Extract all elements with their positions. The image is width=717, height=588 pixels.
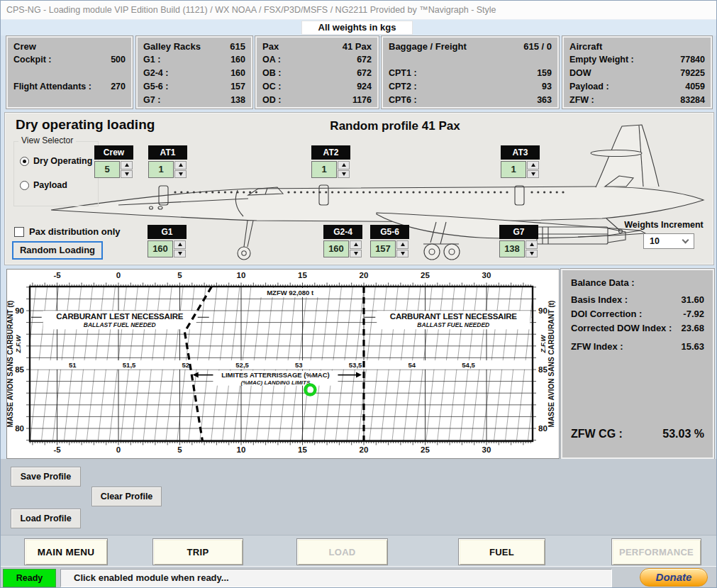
nav-main-menu-button[interactable]: MAIN MENU	[24, 538, 108, 565]
arrow-up-icon[interactable]	[396, 240, 408, 249]
arrow-down-icon[interactable]	[350, 250, 362, 258]
clear-profile-button[interactable]: Clear Profile	[91, 487, 162, 506]
status-bar: Ready Click enabled module when ready...…	[1, 566, 717, 588]
spinner-g1: G1 160	[148, 225, 187, 257]
row-value: 363	[537, 94, 552, 107]
arrow-down-icon[interactable]	[121, 170, 133, 179]
spinner-at1-value[interactable]: 1	[148, 161, 174, 178]
row-value: 77840	[680, 53, 705, 67]
row-value: 672	[357, 67, 372, 80]
section-title: Dry operating loading	[16, 117, 155, 133]
save-profile-button[interactable]: Save Profile	[11, 467, 81, 487]
nav-trip-button[interactable]: TRIP	[152, 538, 243, 565]
arrow-down-icon[interactable]	[174, 250, 186, 258]
arrow-down-icon[interactable]	[526, 250, 538, 258]
weights-increment-select[interactable]: 10	[643, 233, 694, 249]
row-label: G5-6 :	[143, 80, 168, 94]
donate-button[interactable]: Donate	[640, 568, 708, 587]
arrow-up-icon[interactable]	[174, 161, 187, 170]
arrow-up-icon[interactable]	[527, 161, 539, 170]
svg-text:Z.F.W: Z.F.W	[14, 335, 22, 354]
arrow-down-icon[interactable]	[527, 170, 539, 179]
radio-dot-icon[interactable]	[20, 157, 29, 166]
spinner-at2-label: AT2	[311, 145, 350, 160]
spinner-g7-value[interactable]: 138	[499, 240, 525, 257]
arrow-up-icon[interactable]	[121, 161, 133, 170]
row-value: 138	[230, 94, 245, 107]
svg-text:MASSE AVION SANS CARBURANT (t): MASSE AVION SANS CARBURANT (t)	[548, 301, 555, 428]
svg-text:85: 85	[538, 365, 548, 374]
svg-text:5: 5	[177, 445, 182, 454]
row-value: 500	[111, 53, 126, 67]
spinner-at3-value[interactable]: 1	[501, 161, 526, 178]
profile-title: Random profile 41 Pax	[253, 119, 537, 133]
spinner-g5-6-value[interactable]: 157	[370, 240, 396, 257]
svg-text:-5: -5	[53, 445, 61, 454]
chevron-down-icon	[682, 237, 689, 244]
radio-dry-operating[interactable]: Dry Operating	[20, 156, 92, 166]
row-label: Cockpit :	[13, 53, 51, 67]
radio-payload[interactable]: Payload	[20, 180, 67, 190]
svg-text:10: 10	[237, 445, 246, 454]
spinner-at1-label: AT1	[148, 145, 187, 160]
svg-text:30: 30	[482, 271, 491, 279]
row-value: 159	[537, 67, 552, 80]
svg-text:MASSE AVION SANS CARBURANT (t): MASSE AVION SANS CARBURANT (t)	[7, 301, 14, 428]
pax-distribution-checkbox-row[interactable]: Pax distribution only	[14, 226, 121, 237]
balance-row-value: 23.68	[681, 323, 704, 333]
svg-text:52,5: 52,5	[235, 361, 249, 369]
row-value: 157	[230, 80, 245, 94]
spinner-g7-label: G7	[499, 225, 538, 239]
row-label: G2-4 :	[143, 67, 168, 80]
arrow-up-icon[interactable]	[526, 240, 538, 249]
balance-row-label: Corrected DOW Index :	[571, 323, 672, 333]
row-value: 924	[357, 80, 372, 94]
spinner-g2-4-value[interactable]: 160	[323, 240, 349, 257]
arrow-up-icon[interactable]	[350, 240, 362, 249]
spinner-g1-value[interactable]: 160	[148, 240, 173, 257]
arrow-down-icon[interactable]	[338, 170, 350, 179]
row-label: OD :	[262, 94, 281, 107]
svg-text:54,5: 54,5	[462, 361, 475, 369]
balance-row-value: 15.63	[681, 341, 704, 352]
panel-baggage-title: Baggage / Freight	[389, 41, 467, 52]
spinner-at2-value[interactable]: 1	[311, 161, 337, 178]
row-label: DOW	[569, 67, 591, 80]
svg-text:5: 5	[177, 271, 182, 279]
svg-text:BALLAST FUEL NEEDED: BALLAST FUEL NEEDED	[417, 321, 489, 328]
svg-text:80: 80	[538, 424, 548, 433]
svg-text:MZFW 92,080 t: MZFW 92,080 t	[267, 289, 314, 296]
zfw-cg-label: ZFW CG :	[571, 428, 623, 440]
radio-dry-operating-label: Dry Operating	[33, 156, 92, 166]
row-label: OC :	[262, 80, 281, 94]
checkbox-icon[interactable]	[14, 227, 24, 237]
row-value: 1176	[352, 94, 372, 107]
profile-buttons-zone: Save Profile Clear Profile Load Profile	[1, 459, 717, 535]
status-ready-badge: Ready	[3, 569, 56, 587]
random-loading-button[interactable]: Random Loading	[12, 241, 103, 260]
arrow-up-icon[interactable]	[174, 240, 186, 249]
load-profile-button[interactable]: Load Profile	[11, 509, 81, 528]
spinner-crew-value[interactable]: 5	[94, 161, 120, 178]
arrow-up-icon[interactable]	[338, 161, 350, 170]
radio-circle-icon[interactable]	[20, 181, 29, 190]
svg-text:20: 20	[360, 271, 369, 279]
spinner-at3-label: AT3	[501, 145, 540, 160]
arrow-down-icon[interactable]	[174, 170, 187, 179]
svg-text:15: 15	[298, 271, 307, 279]
svg-text:53: 53	[295, 361, 303, 369]
balance-row-value: 31.60	[681, 294, 704, 305]
arrow-down-icon[interactable]	[396, 250, 408, 258]
row-value: 4059	[685, 80, 705, 94]
row-label: CPT6 :	[389, 94, 417, 107]
panel-aircraft: Aircraft Empty Weight :77840 DOW79225 Pa…	[562, 36, 712, 109]
balance-row-label: DOI Correction :	[571, 309, 642, 319]
svg-text:25: 25	[421, 271, 430, 279]
nav-load-button: LOAD	[296, 538, 388, 565]
nav-fuel-button[interactable]: FUEL	[458, 538, 545, 565]
row-label: G7 :	[143, 94, 160, 107]
app-window: CPS-NG - Loading module VIP Edition Buil…	[0, 0, 717, 588]
panel-baggage-total: 615 / 0	[523, 41, 552, 52]
spinner-g1-label: G1	[148, 225, 187, 239]
spinner-g5-6-label: G5-6	[370, 225, 409, 239]
